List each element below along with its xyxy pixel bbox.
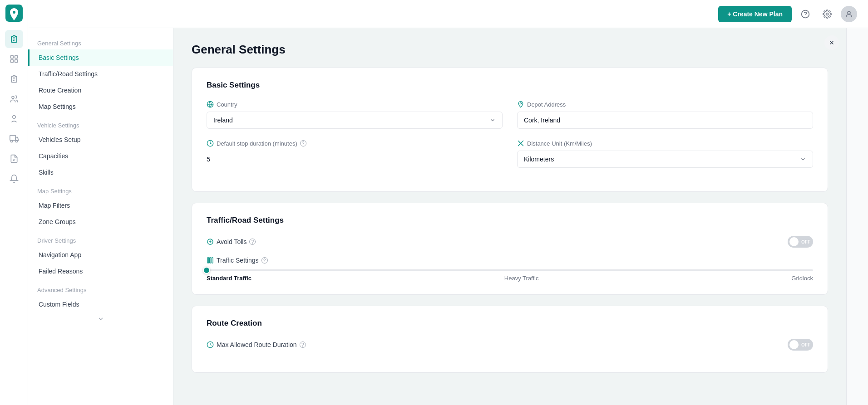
distance-unit-select[interactable]: Kilometers — [517, 151, 813, 168]
settings-button[interactable] — [819, 6, 835, 22]
svg-rect-3 — [15, 56, 17, 59]
toggle-knob — [789, 340, 799, 349]
svg-rect-1 — [13, 36, 15, 37]
nav-item-basic-settings[interactable]: Basic Settings — [28, 49, 173, 66]
sidebar-icon-routes[interactable] — [5, 30, 23, 48]
traffic-label-gridlock: Gridlock — [791, 275, 813, 282]
max-duration-row: Max Allowed Route Duration ? OFF — [207, 339, 813, 351]
toggle-knob — [789, 237, 799, 246]
nav-item-map-filters[interactable]: Map Filters — [28, 197, 173, 214]
max-duration-toggle[interactable]: OFF — [788, 339, 813, 351]
help-button[interactable] — [797, 6, 814, 22]
basic-settings-title: Basic Settings — [207, 81, 813, 90]
stop-duration-field: Default stop duration (minutes) ? 5 — [207, 140, 503, 168]
avoid-tolls-help-icon[interactable]: ? — [249, 239, 256, 245]
nav-item-navigation-app[interactable]: Navigation App — [28, 247, 173, 263]
driver-settings-section: Driver Settings Navigation App Failed Re… — [28, 230, 173, 279]
ruler-icon — [517, 140, 524, 147]
svg-rect-30 — [210, 258, 211, 263]
close-button[interactable] — [824, 35, 839, 50]
sidebar-icon-driver[interactable] — [5, 110, 23, 128]
svg-rect-6 — [13, 76, 15, 77]
sidebar-icon-orders[interactable] — [5, 70, 23, 88]
toggle-off-text: OFF — [801, 342, 810, 347]
depot-label: Depot Address — [517, 101, 813, 108]
nav-item-vehicles-setup[interactable]: Vehicles Setup — [28, 132, 173, 148]
traffic-settings-title: Traffic/Road Settings — [207, 216, 813, 225]
stop-duration-help-icon[interactable]: ? — [300, 140, 306, 146]
main-layout: General Settings Basic Settings Traffic/… — [28, 28, 868, 405]
nav-item-capacities[interactable]: Capacities — [28, 148, 173, 164]
traffic-label-heavy: Heavy Traffic — [504, 275, 539, 282]
basic-settings-row-1: Country Ireland — [207, 101, 813, 129]
depot-address-field: Depot Address Cork, Ireland — [517, 101, 813, 129]
right-panel — [846, 28, 868, 405]
globe-icon — [207, 101, 214, 108]
chevron-down-icon — [489, 117, 496, 123]
map-settings-label: Map Settings — [28, 181, 173, 197]
vehicle-settings-section: Vehicle Settings Vehicles Setup Capaciti… — [28, 115, 173, 181]
sidebar-icon-dashboard[interactable] — [5, 50, 23, 68]
clock-icon — [207, 140, 214, 147]
stop-duration-value: 5 — [207, 151, 503, 167]
driver-settings-label: Driver Settings — [28, 230, 173, 247]
icon-sidebar — [0, 0, 28, 405]
max-duration-label: Max Allowed Route Duration ? — [207, 341, 782, 348]
svg-point-18 — [826, 13, 829, 15]
nav-item-map-settings[interactable]: Map Settings — [28, 98, 173, 115]
route-creation-title: Route Creation — [207, 319, 813, 328]
nav-item-custom-fields[interactable]: Custom Fields — [28, 296, 173, 312]
sidebar-icon-reports[interactable] — [5, 150, 23, 168]
create-new-plan-button[interactable]: + Create New Plan — [718, 6, 792, 22]
country-select[interactable]: Ireland — [207, 112, 503, 129]
avoid-tolls-row: Avoid Tolls ? OFF — [207, 236, 813, 248]
basic-settings-row-2: Default stop duration (minutes) ? 5 — [207, 140, 813, 168]
distance-unit-field: Distance Unit (Km/Miles) Kilometers — [517, 140, 813, 168]
general-settings-label: General Settings — [28, 33, 173, 49]
svg-rect-11 — [10, 136, 15, 141]
traffic-settings-row: Traffic Settings ? Standard Traffic Heav… — [207, 257, 813, 282]
advanced-settings-section: Advanced Settings Custom Fields — [28, 279, 173, 312]
depot-address-value: Cork, Ireland — [517, 112, 813, 129]
avoid-tolls-toggle[interactable]: OFF — [788, 236, 813, 248]
svg-point-12 — [10, 140, 12, 142]
advanced-settings-label: Advanced Settings — [28, 279, 173, 296]
traffic-labels: Standard Traffic Heavy Traffic Gridlock — [207, 275, 813, 282]
traffic-label-standard: Standard Traffic — [207, 275, 252, 282]
country-field: Country Ireland — [207, 101, 503, 129]
traffic-settings-help-icon[interactable]: ? — [261, 257, 268, 263]
max-duration-help-icon[interactable]: ? — [300, 342, 306, 348]
svg-rect-29 — [207, 258, 209, 263]
svg-line-27 — [521, 144, 522, 145]
nav-item-traffic-road[interactable]: Traffic/Road Settings — [28, 66, 173, 82]
traffic-icon — [207, 257, 214, 264]
nav-item-skills[interactable]: Skills — [28, 164, 173, 181]
sidebar-scroll-indicator — [28, 312, 173, 325]
sidebar-icon-vehicle[interactable] — [5, 130, 23, 148]
sidebar-icon-team[interactable] — [5, 90, 23, 108]
map-settings-section: Map Settings Map Filters Zone Groups — [28, 181, 173, 230]
country-label: Country — [207, 101, 503, 108]
route-creation-card: Route Creation Max Allowed Route Duratio… — [192, 306, 828, 373]
nav-item-route-creation[interactable]: Route Creation — [28, 82, 173, 98]
traffic-slider[interactable]: Standard Traffic Heavy Traffic Gridlock — [207, 269, 813, 282]
toll-icon — [207, 238, 214, 245]
svg-rect-31 — [212, 258, 213, 263]
svg-rect-4 — [10, 60, 13, 63]
stop-duration-label: Default stop duration (minutes) ? — [207, 140, 503, 147]
general-settings-section: General Settings Basic Settings Traffic/… — [28, 33, 173, 115]
svg-rect-2 — [10, 56, 13, 59]
settings-nav-sidebar: General Settings Basic Settings Traffic/… — [28, 28, 173, 405]
traffic-settings-card: Traffic/Road Settings Avoid Tolls ? OFF — [192, 203, 828, 295]
topbar: + Create New Plan — [28, 0, 868, 28]
svg-point-13 — [15, 140, 17, 142]
avoid-tolls-label: Avoid Tolls ? — [207, 238, 782, 245]
content-area: General Settings Basic Settings Country — [173, 28, 846, 405]
nav-item-zone-groups[interactable]: Zone Groups — [28, 214, 173, 230]
nav-item-failed-reasons[interactable]: Failed Reasons — [28, 263, 173, 279]
sidebar-icon-notifications[interactable] — [5, 170, 23, 188]
user-avatar[interactable] — [841, 6, 857, 22]
svg-line-26 — [519, 142, 520, 143]
app-logo[interactable] — [5, 5, 23, 22]
svg-point-24 — [520, 102, 521, 104]
